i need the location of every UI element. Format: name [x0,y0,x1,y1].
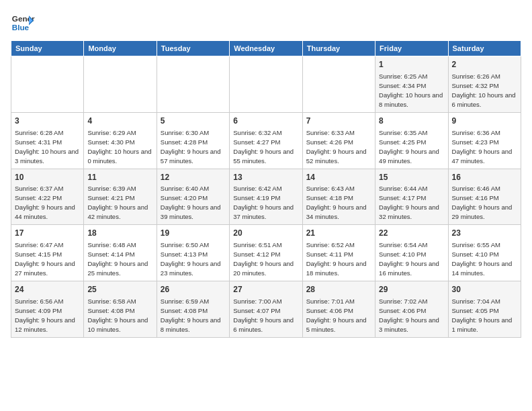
day-info: Sunrise: 6:32 AM Sunset: 4:27 PM Dayligh… [233,129,295,165]
calendar-cell: 11Sunrise: 6:39 AM Sunset: 4:21 PM Dayli… [84,169,157,225]
day-info: Sunrise: 6:35 AM Sunset: 4:25 PM Dayligh… [379,129,441,165]
weekday-header-thursday: Thursday [302,41,375,56]
day-info: Sunrise: 6:43 AM Sunset: 4:18 PM Dayligh… [306,185,368,220]
day-number: 8 [379,116,444,127]
day-info: Sunrise: 6:46 AM Sunset: 4:16 PM Dayligh… [452,185,514,220]
day-info: Sunrise: 6:26 AM Sunset: 4:32 PM Dayligh… [452,73,518,108]
calendar-cell: 21Sunrise: 6:52 AM Sunset: 4:11 PM Dayli… [302,225,375,281]
day-number: 27 [233,284,298,295]
day-info: Sunrise: 6:33 AM Sunset: 4:26 PM Dayligh… [306,129,368,165]
day-info: Sunrise: 6:44 AM Sunset: 4:17 PM Dayligh… [379,185,441,220]
calendar-cell: 14Sunrise: 6:43 AM Sunset: 4:18 PM Dayli… [302,169,375,225]
calendar-week-5: 24Sunrise: 6:56 AM Sunset: 4:09 PM Dayli… [11,281,521,338]
day-number: 30 [452,284,517,295]
calendar-cell [230,56,302,113]
day-number: 4 [87,116,152,127]
day-number: 14 [306,172,371,183]
calendar-cell: 16Sunrise: 6:46 AM Sunset: 4:16 PM Dayli… [448,169,521,225]
weekday-header-sunday: Sunday [11,41,84,56]
day-number: 13 [233,172,298,183]
calendar-cell: 12Sunrise: 6:40 AM Sunset: 4:20 PM Dayli… [157,169,229,225]
day-info: Sunrise: 7:01 AM Sunset: 4:06 PM Dayligh… [306,298,368,333]
day-info: Sunrise: 6:36 AM Sunset: 4:23 PM Dayligh… [452,129,514,165]
day-info: Sunrise: 6:29 AM Sunset: 4:30 PM Dayligh… [87,129,153,165]
day-info: Sunrise: 6:51 AM Sunset: 4:12 PM Dayligh… [233,241,295,277]
day-info: Sunrise: 6:28 AM Sunset: 4:31 PM Dayligh… [15,129,81,165]
day-info: Sunrise: 6:58 AM Sunset: 4:08 PM Dayligh… [87,298,149,333]
day-info: Sunrise: 7:00 AM Sunset: 4:07 PM Dayligh… [233,298,295,333]
calendar-cell: 29Sunrise: 7:02 AM Sunset: 4:06 PM Dayli… [375,281,448,338]
day-number: 25 [87,284,152,295]
day-number: 18 [87,228,152,239]
weekday-header-friday: Friday [375,41,448,56]
day-info: Sunrise: 6:48 AM Sunset: 4:14 PM Dayligh… [87,241,149,277]
day-info: Sunrise: 6:39 AM Sunset: 4:21 PM Dayligh… [87,185,149,220]
day-number: 28 [306,284,371,295]
day-number: 1 [379,59,444,71]
day-info: Sunrise: 6:42 AM Sunset: 4:19 PM Dayligh… [233,185,295,220]
page-header: General Blue [11,11,521,35]
calendar-cell: 13Sunrise: 6:42 AM Sunset: 4:19 PM Dayli… [230,169,302,225]
weekday-header-wednesday: Wednesday [230,41,302,56]
day-info: Sunrise: 7:04 AM Sunset: 4:05 PM Dayligh… [452,298,514,333]
weekday-header-saturday: Saturday [448,41,521,56]
day-info: Sunrise: 6:52 AM Sunset: 4:11 PM Dayligh… [306,241,368,277]
logo-icon: General Blue [11,11,35,35]
day-info: Sunrise: 6:50 AM Sunset: 4:13 PM Dayligh… [161,241,222,277]
calendar-cell: 28Sunrise: 7:01 AM Sunset: 4:06 PM Dayli… [302,281,375,338]
calendar-week-3: 10Sunrise: 6:37 AM Sunset: 4:22 PM Dayli… [11,169,521,225]
weekday-header-monday: Monday [84,41,157,56]
day-number: 20 [233,228,298,239]
day-number: 23 [452,228,517,239]
weekday-header-tuesday: Tuesday [157,41,229,56]
calendar-cell: 23Sunrise: 6:55 AM Sunset: 4:10 PM Dayli… [448,225,521,281]
day-number: 17 [15,228,80,239]
calendar-week-1: 1Sunrise: 6:25 AM Sunset: 4:34 PM Daylig… [11,56,521,113]
day-number: 26 [161,284,226,295]
day-number: 19 [161,228,226,239]
day-info: Sunrise: 6:37 AM Sunset: 4:22 PM Dayligh… [15,185,77,220]
day-number: 9 [452,116,517,127]
calendar-cell: 25Sunrise: 6:58 AM Sunset: 4:08 PM Dayli… [84,281,157,338]
calendar-cell [84,56,157,113]
calendar-cell: 1Sunrise: 6:25 AM Sunset: 4:34 PM Daylig… [375,56,448,113]
calendar-cell: 24Sunrise: 6:56 AM Sunset: 4:09 PM Dayli… [11,281,84,338]
calendar-cell [302,56,375,113]
day-info: Sunrise: 6:54 AM Sunset: 4:10 PM Dayligh… [379,241,441,277]
day-info: Sunrise: 6:55 AM Sunset: 4:10 PM Dayligh… [452,241,514,277]
calendar-cell: 20Sunrise: 6:51 AM Sunset: 4:12 PM Dayli… [230,225,302,281]
day-number: 6 [233,116,298,127]
calendar-cell: 2Sunrise: 6:26 AM Sunset: 4:32 PM Daylig… [448,56,521,113]
day-info: Sunrise: 6:25 AM Sunset: 4:34 PM Dayligh… [379,73,445,108]
weekday-header-row: SundayMondayTuesdayWednesdayThursdayFrid… [11,41,521,56]
day-number: 3 [15,116,80,127]
day-number: 7 [306,116,371,127]
day-info: Sunrise: 7:02 AM Sunset: 4:06 PM Dayligh… [379,298,441,333]
calendar-cell: 27Sunrise: 7:00 AM Sunset: 4:07 PM Dayli… [230,281,302,338]
day-number: 16 [452,172,517,183]
calendar-table: SundayMondayTuesdayWednesdayThursdayFrid… [11,40,521,338]
day-number: 2 [452,59,517,71]
calendar-cell: 9Sunrise: 6:36 AM Sunset: 4:23 PM Daylig… [448,112,521,169]
calendar-week-4: 17Sunrise: 6:47 AM Sunset: 4:15 PM Dayli… [11,225,521,281]
calendar-week-2: 3Sunrise: 6:28 AM Sunset: 4:31 PM Daylig… [11,112,521,169]
calendar-cell: 17Sunrise: 6:47 AM Sunset: 4:15 PM Dayli… [11,225,84,281]
day-number: 21 [306,228,371,239]
svg-text:Blue: Blue [12,23,30,32]
day-info: Sunrise: 6:59 AM Sunset: 4:08 PM Dayligh… [161,298,222,333]
logo: General Blue [11,11,35,35]
calendar-cell: 30Sunrise: 7:04 AM Sunset: 4:05 PM Dayli… [448,281,521,338]
calendar-cell: 8Sunrise: 6:35 AM Sunset: 4:25 PM Daylig… [375,112,448,169]
calendar-cell: 3Sunrise: 6:28 AM Sunset: 4:31 PM Daylig… [11,112,84,169]
day-info: Sunrise: 6:30 AM Sunset: 4:28 PM Dayligh… [161,129,222,165]
calendar-cell: 4Sunrise: 6:29 AM Sunset: 4:30 PM Daylig… [84,112,157,169]
calendar-cell [157,56,229,113]
day-info: Sunrise: 6:56 AM Sunset: 4:09 PM Dayligh… [15,298,77,333]
calendar-cell: 26Sunrise: 6:59 AM Sunset: 4:08 PM Dayli… [157,281,229,338]
calendar-cell: 10Sunrise: 6:37 AM Sunset: 4:22 PM Dayli… [11,169,84,225]
day-info: Sunrise: 6:47 AM Sunset: 4:15 PM Dayligh… [15,241,77,277]
day-number: 12 [161,172,226,183]
calendar-cell: 5Sunrise: 6:30 AM Sunset: 4:28 PM Daylig… [157,112,229,169]
day-number: 22 [379,228,444,239]
day-number: 10 [15,172,80,183]
